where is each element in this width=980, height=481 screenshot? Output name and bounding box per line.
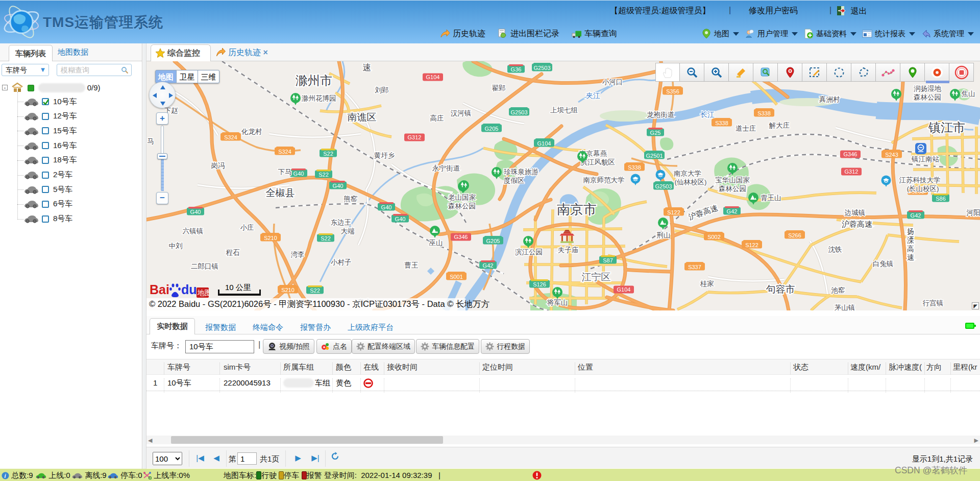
svg-text:S337: S337	[688, 264, 701, 270]
svg-text:扬: 扬	[907, 227, 914, 235]
svg-text:下马: 下马	[278, 168, 292, 176]
svg-text:G346: G346	[844, 151, 857, 157]
svg-text:G40: G40	[395, 216, 406, 222]
svg-text:S338: S338	[628, 164, 641, 171]
svg-text:永宁街道: 永宁街道	[432, 164, 460, 172]
svg-text:六镇镇: 六镇镇	[183, 227, 204, 235]
svg-text:G205: G205	[486, 238, 500, 244]
svg-text:du: du	[181, 282, 197, 297]
svg-text:G312: G312	[845, 169, 859, 175]
svg-text:森林公园: 森林公园	[914, 93, 941, 101]
svg-text:道士庄: 道士庄	[736, 125, 756, 132]
svg-text:S122: S122	[745, 242, 758, 248]
svg-text:化龙村: 化龙村	[241, 128, 262, 135]
svg-text:G346: G346	[454, 234, 468, 240]
svg-text:G2503: G2503	[655, 183, 672, 189]
svg-text:地图: 地图	[197, 289, 210, 297]
svg-text:翟郢: 翟郢	[492, 84, 506, 92]
svg-text:真洲村: 真洲村	[819, 95, 840, 103]
svg-text:S22: S22	[323, 151, 333, 157]
svg-text:溧: 溧	[907, 236, 914, 244]
svg-text:G42: G42	[483, 262, 494, 269]
svg-text:巫山: 巫山	[429, 239, 443, 247]
svg-text:高庄: 高庄	[430, 114, 444, 122]
svg-text:池窑: 池窑	[831, 286, 845, 294]
svg-text:熊窑: 熊窑	[344, 195, 358, 203]
svg-text:G40: G40	[190, 209, 201, 215]
svg-text:桂家: 桂家	[700, 280, 715, 287]
svg-text:G104: G104	[426, 74, 440, 80]
svg-text:S126: S126	[533, 281, 546, 287]
svg-text:宝华山国家: 宝华山国家	[715, 176, 750, 184]
svg-text:小河口: 小河口	[602, 78, 623, 86]
svg-text:沪蓉高速: 沪蓉高速	[842, 220, 872, 228]
svg-text:曹王: 曹王	[405, 261, 419, 269]
svg-text:G2501: G2501	[646, 153, 663, 159]
svg-text:滁州市: 滁州市	[296, 74, 332, 87]
svg-text:森林公园: 森林公园	[448, 202, 476, 210]
svg-text:S243: S243	[885, 152, 898, 158]
svg-text:G25: G25	[650, 130, 661, 136]
svg-text:S266: S266	[788, 232, 801, 238]
svg-text:G205: G205	[485, 126, 499, 132]
svg-text:S210: S210	[281, 287, 295, 293]
svg-text:高: 高	[907, 245, 914, 253]
svg-text:老山国家: 老山国家	[448, 194, 476, 201]
svg-text:刘郢: 刘郢	[375, 86, 389, 94]
svg-text:S86: S86	[936, 196, 946, 202]
svg-text:S324: S324	[224, 134, 237, 140]
svg-text:S338: S338	[715, 120, 728, 126]
svg-text:白兔镇: 白兔镇	[873, 260, 894, 268]
svg-text:滁州花博园: 滁州花博园	[302, 94, 336, 102]
svg-text:南谯区: 南谯区	[348, 112, 377, 123]
svg-text:(仙林校区): (仙林校区)	[675, 178, 707, 186]
svg-text:长江: 长江	[700, 110, 715, 118]
svg-text:G104: G104	[617, 286, 631, 293]
svg-text:荆山: 荆山	[657, 231, 671, 239]
svg-text:全椒县: 全椒县	[266, 187, 295, 198]
svg-text:S002: S002	[707, 234, 721, 240]
svg-text:湾李: 湾李	[291, 251, 305, 258]
svg-text:G312: G312	[408, 134, 422, 140]
svg-text:东边王: 东边王	[331, 219, 352, 226]
svg-text:南京大学: 南京大学	[674, 170, 701, 177]
svg-text:S22: S22	[321, 235, 331, 242]
svg-text:河阳: 河阳	[967, 209, 980, 217]
svg-text:G40: G40	[293, 171, 304, 177]
svg-text:江宁区: 江宁区	[582, 272, 611, 282]
svg-text:G2503: G2503	[510, 109, 527, 115]
svg-text:龙袍街道: 龙袍街道	[647, 111, 674, 118]
svg-text:胄王山: 胄王山	[761, 194, 781, 202]
svg-text:G40: G40	[381, 204, 392, 210]
svg-text:大端: 大端	[341, 227, 355, 235]
svg-text:Bai: Bai	[150, 282, 169, 297]
svg-text:沈铁: 沈铁	[828, 246, 842, 253]
svg-text:岗冯: 岗冯	[211, 162, 225, 170]
svg-text:中刘: 中刘	[169, 242, 183, 250]
svg-text:边城镇: 边城镇	[845, 209, 866, 217]
svg-text:解大庄: 解大庄	[769, 122, 790, 129]
svg-text:S87: S87	[603, 257, 613, 263]
svg-text:S324: S324	[278, 149, 291, 155]
svg-text:G42: G42	[911, 212, 921, 219]
svg-text:夹江: 夹江	[586, 91, 600, 100]
svg-text:茅山镇: 茅山镇	[835, 304, 855, 310]
svg-text:黄圩乡: 黄圩乡	[374, 152, 395, 159]
svg-text:G40: G40	[333, 183, 344, 189]
svg-text:G42: G42	[727, 208, 738, 214]
svg-text:南京师范大学: 南京师范大学	[583, 176, 625, 184]
svg-text:S001: S001	[450, 274, 463, 280]
svg-text:G2503: G2503	[533, 65, 550, 71]
svg-text:速: 速	[907, 253, 914, 261]
svg-text:S210: S210	[264, 235, 277, 241]
svg-text:度假区: 度假区	[504, 177, 525, 184]
svg-text:小村子: 小村子	[331, 258, 352, 266]
svg-text:二郎口镇: 二郎口镇	[191, 262, 218, 270]
svg-text:S122: S122	[667, 209, 680, 215]
svg-text:汉河镇: 汉河镇	[451, 109, 472, 117]
svg-text:行宫镇: 行宫镇	[922, 299, 944, 307]
svg-text:G36: G36	[511, 66, 522, 73]
svg-text:镇江市: 镇江市	[928, 121, 965, 134]
svg-text:上坝七组: 上坝七组	[550, 106, 578, 114]
svg-text:滨江公园: 滨江公园	[515, 248, 543, 256]
